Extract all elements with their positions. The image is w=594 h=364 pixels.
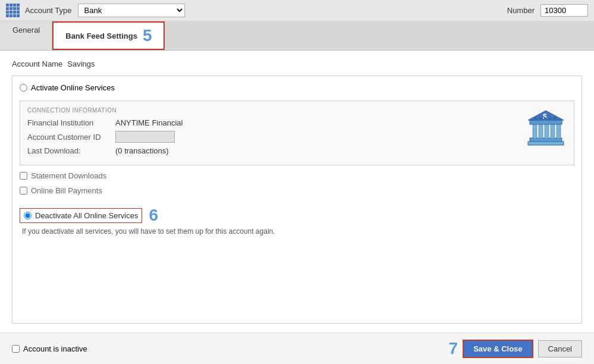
statement-downloads-row: Statement Downloads (20, 171, 574, 180)
main-window: Account Type Bank Number General Bank Fe… (0, 0, 594, 364)
account-name-label: Account Name (12, 59, 62, 68)
step-7-indicator: 7 (449, 339, 458, 358)
online-bill-payments-label[interactable]: Online Bill Payments (31, 186, 102, 195)
deactivate-section: Deactivate All Online Services 6 If you … (20, 206, 574, 236)
customer-id-input[interactable] (115, 131, 175, 143)
svg-rect-2 (533, 124, 537, 139)
svg-rect-4 (545, 124, 549, 139)
number-input[interactable] (540, 4, 588, 17)
online-bill-payments-row: Online Bill Payments (20, 186, 574, 195)
svg-point-11 (539, 117, 542, 120)
svg-point-13 (549, 117, 551, 120)
svg-point-14 (554, 117, 556, 120)
account-name-value: Savings (67, 59, 95, 68)
activate-radio[interactable] (20, 84, 27, 92)
customer-id-label: Account Customer ID (27, 133, 111, 142)
account-inactive-label[interactable]: Account is inactive (23, 344, 87, 353)
institution-value: ANYTIME Financial (115, 118, 183, 127)
activate-radio-row: Activate Online Services (20, 83, 574, 92)
bottom-bar: Account is inactive 7 Save & Close Cance… (0, 332, 594, 364)
institution-label: Financial Institution (27, 118, 111, 127)
main-panel: Activate Online Services CONNECTION INFO… (12, 76, 582, 324)
number-label: Number (507, 6, 535, 15)
online-bill-payments-checkbox[interactable] (20, 187, 27, 194)
last-download-label: Last Download: (27, 146, 111, 155)
title-bar: Account Type Bank Number (0, 0, 594, 21)
button-group: 7 Save & Close Cancel (449, 339, 582, 358)
tab-general[interactable]: General (0, 21, 52, 50)
svg-point-12 (544, 117, 546, 120)
content-area: Account Name Savings Activate Online Ser… (0, 51, 594, 332)
deactivate-radio[interactable] (24, 212, 32, 219)
svg-point-10 (535, 117, 537, 120)
tabs-bar: General Bank Feed Settings 5 (0, 21, 594, 51)
financial-institution-row: Financial Institution ANYTIME Financial (27, 118, 525, 127)
activate-label[interactable]: Activate Online Services (31, 83, 115, 92)
account-inactive-row: Account is inactive (12, 344, 443, 353)
app-icon (6, 4, 19, 17)
bank-icon: $ (525, 107, 567, 149)
account-type-select[interactable]: Bank (78, 4, 185, 17)
last-download-value: (0 transactions) (115, 146, 169, 155)
svg-rect-6 (557, 124, 561, 139)
connection-label: CONNECTION INFORMATION (27, 107, 525, 114)
deactivate-radio-row: Deactivate All Online Services (20, 208, 142, 223)
svg-rect-7 (530, 120, 562, 124)
statement-downloads-checkbox[interactable] (20, 172, 27, 180)
svg-rect-1 (528, 142, 564, 145)
step-5-indicator: 5 (143, 26, 152, 45)
svg-rect-3 (539, 124, 543, 139)
account-name-row: Account Name Savings (12, 59, 582, 68)
deactivate-label[interactable]: Deactivate All Online Services (35, 211, 138, 220)
account-type-label: Account Type (25, 6, 72, 15)
statement-downloads-label[interactable]: Statement Downloads (31, 171, 106, 180)
step-6-indicator: 6 (149, 206, 158, 225)
connection-info-box: CONNECTION INFORMATION Financial Institu… (20, 101, 574, 165)
account-inactive-checkbox[interactable] (12, 345, 20, 353)
svg-rect-5 (551, 124, 555, 139)
connection-info-left: CONNECTION INFORMATION Financial Institu… (27, 107, 525, 159)
deactivate-description: If you deactivate all services, you will… (22, 227, 574, 236)
tab-bank-feed[interactable]: Bank Feed Settings 5 (52, 21, 165, 50)
customer-id-row: Account Customer ID (27, 131, 525, 143)
save-close-button[interactable]: Save & Close (463, 340, 533, 358)
cancel-button[interactable]: Cancel (538, 340, 582, 357)
last-download-row: Last Download: (0 transactions) (27, 146, 525, 155)
